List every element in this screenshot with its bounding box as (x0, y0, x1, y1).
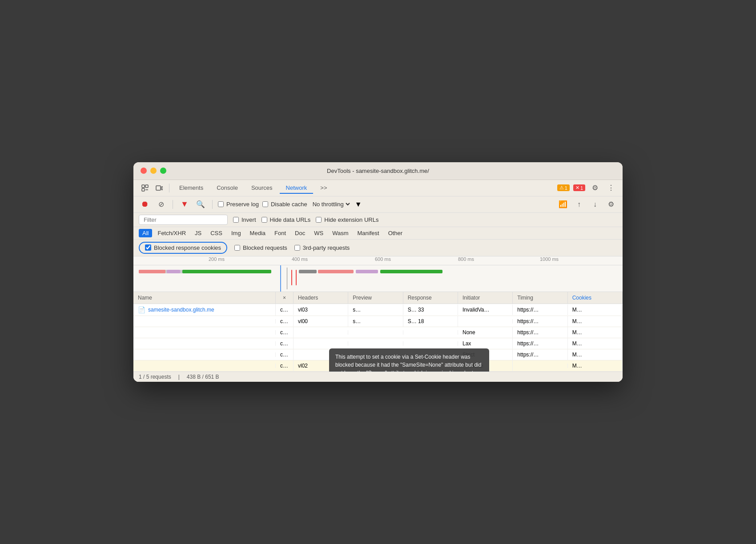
td-preview (348, 352, 403, 357)
filter-icon[interactable]: ▼ (178, 198, 191, 211)
invert-label[interactable]: Invert (233, 216, 256, 223)
td-name (133, 341, 276, 346)
table-row-highlighted[interactable]: ck02 vl02 s… / S… 8 i None M… (133, 360, 623, 372)
td-cookies: M… (568, 316, 623, 327)
filter-input[interactable] (139, 215, 228, 225)
top-nav: Elements Console Sources Network >> ⚠ 1 … (133, 180, 623, 196)
preserve-log-checkbox[interactable] (218, 201, 224, 207)
svg-rect-0 (142, 185, 145, 188)
type-filter-media[interactable]: Media (246, 229, 269, 237)
th-response: Response (403, 292, 458, 304)
third-party-requests-label[interactable]: 3rd-party requests (294, 244, 350, 251)
blocked-response-cookies-checkbox[interactable] (145, 244, 151, 251)
td-cookies: M… (568, 304, 623, 315)
td-cookies: M… (568, 338, 623, 349)
table-row[interactable]: ck04 Lax https://… M… (133, 338, 623, 349)
td-timing: https://… (513, 316, 567, 327)
record-button[interactable]: ⏺ (139, 198, 151, 211)
td-headers (294, 341, 348, 346)
hide-data-urls-label[interactable]: Hide data URLs (261, 216, 311, 223)
invert-checkbox[interactable] (233, 217, 239, 223)
svg-rect-4 (156, 186, 161, 190)
divider: | (178, 374, 180, 380)
wifi-icon[interactable]: 📶 (557, 198, 569, 211)
td-initiator: None (458, 327, 513, 338)
td-x: ck01 (276, 327, 294, 338)
td-name (133, 330, 276, 335)
upload-button[interactable]: ↑ (573, 198, 585, 211)
status-bar: 1 / 5 requests | 438 B / 651 B (133, 372, 623, 382)
type-filter-doc[interactable]: Doc (291, 229, 309, 237)
warning-badge: ⚠ 1 (557, 184, 570, 191)
download-button[interactable]: ↓ (589, 198, 601, 211)
info-icon: i (462, 363, 469, 369)
type-filter-css[interactable]: CSS (207, 229, 226, 237)
td-x: ck05 (276, 349, 294, 360)
td-timing: https://… (513, 327, 567, 338)
type-filter-fetchxhr[interactable]: Fetch/XHR (154, 229, 189, 237)
td-preview: s… (348, 304, 403, 315)
disable-cache-checkbox[interactable] (262, 201, 268, 207)
tab-more[interactable]: >> (314, 182, 333, 194)
timeline-label-1000: 1000 ms (540, 256, 559, 262)
td-name (133, 319, 276, 324)
hide-extension-urls-label[interactable]: Hide extension URLs (316, 216, 378, 223)
clear-button[interactable]: ⊘ (155, 198, 167, 211)
td-name (133, 364, 276, 368)
more-options-button[interactable]: ⋮ (605, 182, 617, 194)
third-party-requests-checkbox[interactable] (294, 245, 300, 251)
td-cookies: M… (568, 349, 623, 360)
type-filter-manifest[interactable]: Manifest (354, 229, 382, 237)
type-filter-ws[interactable]: WS (310, 229, 327, 237)
search-button[interactable]: 🔍 (194, 198, 207, 211)
settings-button[interactable]: ⚙ (589, 182, 601, 194)
td-preview (348, 341, 403, 346)
type-filter-all[interactable]: All (139, 229, 152, 237)
filter-checks: Invert Hide data URLs Hide extension URL… (233, 216, 378, 223)
disable-cache-label[interactable]: Disable cache (262, 201, 307, 208)
type-filter-js[interactable]: JS (191, 229, 205, 237)
tab-console[interactable]: Console (210, 182, 244, 194)
type-filter-other[interactable]: Other (385, 229, 406, 237)
inspect-element-button[interactable] (139, 182, 151, 194)
tab-sources[interactable]: Sources (245, 182, 279, 194)
blocked-requests-label[interactable]: Blocked requests (234, 244, 287, 251)
td-x: ck00 (276, 316, 294, 327)
transfer-size: 438 B / 651 B (187, 374, 219, 380)
gantt-bar-orange2 (318, 270, 354, 273)
td-response (403, 330, 458, 335)
td-cookies: M… (568, 360, 623, 371)
type-filter-font[interactable]: Font (271, 229, 290, 237)
device-toggle-button[interactable] (153, 182, 165, 194)
tab-network[interactable]: Network (280, 182, 314, 194)
close-button[interactable] (141, 168, 147, 174)
traffic-lights (141, 168, 166, 174)
table-row[interactable]: ck05 Strict https://… M… (133, 349, 623, 360)
td-timing: https://… (513, 349, 567, 360)
type-filter-wasm[interactable]: Wasm (329, 229, 352, 237)
hide-data-urls-checkbox[interactable] (261, 217, 267, 223)
blocked-response-cookies-label[interactable]: Blocked response cookies (139, 242, 227, 254)
minimize-button[interactable] (150, 168, 157, 174)
preserve-log-label[interactable]: Preserve log (218, 201, 259, 208)
request-name: samesite-sandbox.glitch.me (148, 307, 214, 313)
blocked-requests-checkbox[interactable] (234, 245, 240, 251)
td-name (133, 352, 276, 357)
network-settings-button[interactable]: ⚙ (605, 198, 617, 211)
type-filter-img[interactable]: Img (228, 229, 245, 237)
td-x: ck04 (276, 338, 294, 349)
maximize-button[interactable] (160, 168, 166, 174)
tab-elements[interactable]: Elements (173, 182, 209, 194)
hide-extension-urls-checkbox[interactable] (316, 217, 322, 223)
table-row[interactable]: ck01 None https://… M… (133, 327, 623, 338)
table-body: 📄 samesite-sandbox.glitch.me ck03 vl03 s… (133, 304, 623, 372)
timeline-label-200: 200 ms (209, 256, 225, 262)
table-row[interactable]: ck00 vl00 s… S… 18 https://… M… (133, 316, 623, 327)
throttle-select[interactable]: No throttling (311, 200, 351, 208)
td-initiator: Lax (458, 338, 513, 349)
td-timing (513, 364, 567, 368)
table-row[interactable]: 📄 samesite-sandbox.glitch.me ck03 vl03 s… (133, 304, 623, 316)
td-response: S… 33 (403, 304, 458, 315)
svg-rect-5 (161, 187, 163, 190)
request-count: 1 / 5 requests (139, 374, 171, 380)
